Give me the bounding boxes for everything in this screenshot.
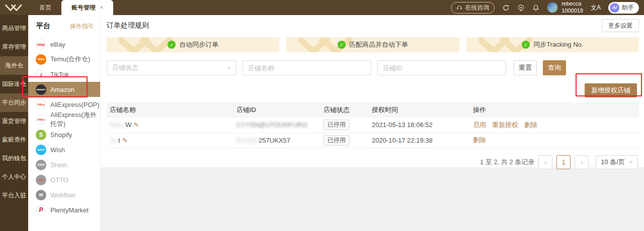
platform-label: Wish xyxy=(50,146,65,154)
user-avatar[interactable] xyxy=(547,2,558,13)
edit-icon[interactable]: ✎ xyxy=(133,121,139,129)
search-button[interactable]: 查询 xyxy=(543,60,566,75)
ai-assistant-button[interactable]: AI 助手 xyxy=(608,2,639,14)
platform-label: Amazon xyxy=(50,86,74,93)
ebay-icon: ebay xyxy=(36,39,46,50)
translate-icon[interactable]: 文A xyxy=(591,4,601,12)
plentymarket-icon: P xyxy=(36,205,46,215)
pagination: 1 至 2, 共 2 条记录 ‹ 1 › 10 条/页 ∨ xyxy=(107,155,639,169)
platform-item[interactable]: AliExpAliExpress(海外托管) xyxy=(28,112,100,127)
amazon-icon: amazon xyxy=(36,84,46,95)
tiktok-icon: ♪ xyxy=(36,69,46,80)
platform-item[interactable]: wishWish xyxy=(28,142,100,157)
user-info[interactable]: rebecca 1000019 xyxy=(561,1,583,15)
action-link[interactable]: 删除 xyxy=(473,136,486,144)
tab-account-management[interactable]: 账号管理 × xyxy=(61,0,113,15)
rule-label: 匹配商品并自动下单 xyxy=(349,40,408,49)
section-title: 订单处理规则 xyxy=(107,21,149,30)
online-support-button[interactable]: 在线咨询 xyxy=(451,2,495,14)
store-id-input[interactable] xyxy=(377,60,506,75)
platform-label: AliExpress(海外托管) xyxy=(50,110,100,129)
rule-label: 自动同步订单 xyxy=(179,40,218,49)
sidebar-item[interactable]: 商品管理 xyxy=(0,19,28,38)
page-size-select[interactable]: 10 条/页 ∨ xyxy=(596,155,638,169)
platform-label: OTTO xyxy=(50,176,68,184)
platform-panel: 平台 操作指引 ebayeBayTEMUTemu(合作仓)♪TikTokamaz… xyxy=(28,15,101,231)
tab-bar: 首页 账号管理 × xyxy=(29,0,113,15)
chevron-down-icon: ∨ xyxy=(227,65,231,70)
reset-button[interactable]: 重置 xyxy=(514,60,537,75)
table-body: Sara W✎CYYSN@UTOUNFURO已停用2021-05-13 18:0… xyxy=(107,118,639,148)
app-logo-icon[interactable] xyxy=(4,2,26,15)
sidebar-item[interactable]: 个人中心 xyxy=(0,168,28,186)
platform-label: TikTok xyxy=(50,71,69,78)
prev-page-button[interactable]: ‹ xyxy=(538,155,552,169)
store-name: t xyxy=(117,137,120,144)
rule-banner: ✓自动同步订单 xyxy=(107,37,279,52)
action-link[interactable]: 删除 xyxy=(524,121,537,129)
rule-banner: ✓匹配商品并自动下单 xyxy=(286,37,459,52)
platform-item[interactable]: PPlentyMarket xyxy=(28,202,100,217)
table-row: Jo t✎BYQ1R257UKX57已停用2020-10-17 22:19:38… xyxy=(107,133,639,148)
current-page-button[interactable]: 1 xyxy=(556,155,571,169)
platform-item[interactable]: WWebflow xyxy=(28,187,100,202)
column-header: 店铺状态 xyxy=(320,102,369,118)
pagination-summary: 1 至 2, 共 2 条记录 xyxy=(480,158,534,167)
sidebar-item[interactable]: 平台入驻 xyxy=(0,186,28,205)
sidebar-item[interactable]: 海外仓 xyxy=(0,56,28,75)
refresh-icon[interactable] xyxy=(502,4,510,12)
platform-list: ebayeBayTEMUTemu(合作仓)♪TikTokamazonAmazon… xyxy=(28,37,100,217)
platform-label: Shein xyxy=(50,161,67,169)
platform-label: Webflow xyxy=(50,191,75,199)
sidebar-menu: 商品管理库存管理海外仓国际送仓平台同步退货管理索赔查件我的钱包个人中心平台入驻 xyxy=(0,15,28,205)
sidebar-item[interactable]: 我的钱包 xyxy=(0,149,28,168)
add-authorized-store-button[interactable]: 新增授权店铺 xyxy=(585,83,637,97)
column-header: 店铺ID xyxy=(233,102,320,118)
main-content: 订单处理规则 更多设置 ✓自动同步订单✓匹配商品并自动下单✓同步Tracking… xyxy=(101,15,644,231)
platform-item[interactable]: TEMUTemu(合作仓) xyxy=(28,52,100,67)
aliexpress-icon: AliExp xyxy=(36,99,46,110)
store-id: CYYSN@UTOUNFURO xyxy=(236,121,307,129)
tab-home[interactable]: 首页 xyxy=(29,0,61,15)
close-tab-icon[interactable]: × xyxy=(100,4,103,11)
action-link[interactable]: 启用 xyxy=(473,121,486,129)
platform-item[interactable]: ottoOTTO xyxy=(28,172,100,187)
sidebar-item[interactable]: 退货管理 xyxy=(0,112,28,131)
sidebar-item[interactable]: 国际送仓 xyxy=(0,75,28,93)
sidebar-item[interactable]: 库存管理 xyxy=(0,38,28,56)
platform-panel-title: 平台 xyxy=(36,22,50,31)
more-settings-button[interactable]: 更多设置 xyxy=(602,19,639,32)
store-name: W xyxy=(123,121,131,129)
user-name: rebecca xyxy=(561,1,583,8)
auth-time: 2020-10-17 22:19:38 xyxy=(369,133,470,148)
platform-item[interactable]: amazonAmazon xyxy=(28,82,100,97)
guide-link[interactable]: 操作指引 xyxy=(70,22,94,31)
table-header-row: 店铺名称店铺ID店铺状态授权时间操作 xyxy=(107,102,639,118)
platform-label: Shopify xyxy=(50,131,72,139)
platform-item[interactable]: SHEINShein xyxy=(28,157,100,172)
platform-item[interactable]: SShopify xyxy=(28,127,100,142)
next-page-button[interactable]: › xyxy=(575,155,589,169)
feedback-icon[interactable] xyxy=(517,4,525,12)
notifications-bell-icon[interactable] xyxy=(532,4,539,12)
background-area xyxy=(101,167,644,231)
ai-badge-icon: AI xyxy=(610,3,619,13)
platform-item[interactable]: ebayeBay xyxy=(28,37,100,52)
sidebar-item[interactable]: 平台同步 xyxy=(0,93,28,112)
store-name-input[interactable] xyxy=(243,60,371,75)
store-id: 257UKX57 xyxy=(259,137,290,144)
edit-icon[interactable]: ✎ xyxy=(122,137,128,144)
action-link[interactable]: 重新授权 xyxy=(492,121,518,129)
store-status-select[interactable]: 店铺状态 ∨ xyxy=(107,60,236,75)
sidebar-item[interactable]: 索赔查件 xyxy=(0,131,28,149)
topbar: 首页 账号管理 × 在线咨询 xyxy=(0,0,644,15)
redacted-store-name: Sara xyxy=(110,121,123,129)
platform-item[interactable]: ♪TikTok xyxy=(28,67,100,82)
tab-label: 账号管理 xyxy=(71,4,96,12)
redacted-store-name: Jo xyxy=(110,137,117,144)
rule-label: 同步Tracking No. xyxy=(533,40,583,49)
status-badge: 已停用 xyxy=(324,120,350,130)
platform-item[interactable]: AliExpAliExpress(POP) xyxy=(28,97,100,112)
rule-banners: ✓自动同步订单✓匹配商品并自动下单✓同步Tracking No. xyxy=(107,37,639,52)
column-header: 授权时间 xyxy=(369,102,470,118)
